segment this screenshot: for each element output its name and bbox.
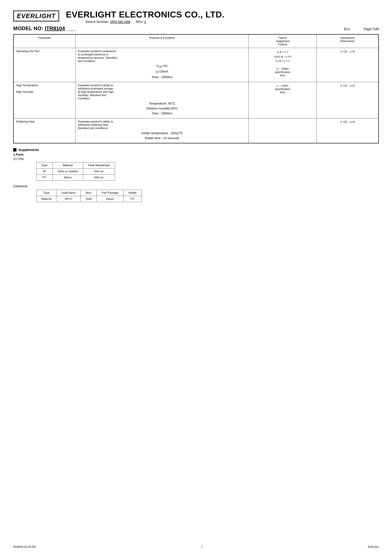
model-underline-ext: ___ — [66, 25, 75, 31]
footer-page-number: 7 — [201, 545, 203, 548]
supplements-title: Supplements — [13, 148, 379, 152]
formula-solder-temp: Solder temperature : 260±5℃ — [78, 131, 246, 135]
chip-ir-wavelength: 940 nm — [83, 168, 115, 174]
mat-row-type: Material — [36, 196, 56, 202]
col-samples-header: Samples(n) Defective(c) — [317, 35, 378, 48]
table-row: High Temperature High Humidity Evaluates… — [14, 82, 378, 118]
purpose-line-3: temperature stresses. Standard — [78, 56, 117, 59]
device-number-line: Device Number: DRX-081-006 REV: 2 — [66, 20, 225, 24]
material-title: (2)Material — [13, 185, 379, 188]
formula-temp: Temperature: 85℃ — [78, 102, 246, 105]
chip-table-wrapper: Type Material Peak Wavelength IR GaAs or… — [36, 162, 379, 181]
reliability-table-wrapper: Parameter Purpose & Condition Failure Ju… — [13, 34, 379, 143]
formula-time-2: Time : 1000hrs — [78, 112, 246, 115]
table-row: PT Silicon 860 nm — [36, 174, 115, 181]
samples-operating-life: n =22，c=0 — [317, 48, 378, 82]
mat-col-wire: Wire — [80, 190, 97, 196]
table-row: Material SPCC Gold Epoxy P.C — [36, 196, 142, 202]
purpose-high-temp: Evaluates product's ability to withstand… — [75, 82, 249, 118]
purpose-line-4: test Condition: — [78, 59, 96, 63]
chip-ir-type: IR — [36, 168, 52, 174]
device-label: Device Number: — [86, 20, 109, 24]
mat-col-leadframe: Lead frame — [56, 190, 80, 196]
mat-col-holder: Holder — [123, 190, 142, 196]
ht-purpose-5: Condition: — [78, 97, 90, 100]
formula-humidity: Relative humidity:85% — [78, 107, 246, 110]
parts-title: 1.Parts — [13, 153, 379, 156]
purpose-soldering-heat: Evaluates product's ability to withstand… — [75, 118, 249, 143]
page-header: EVERLIGHT EVERLIGHT ELECTRONICS CO., LTD… — [13, 10, 379, 24]
chip-title: (1) Chip — [13, 157, 379, 161]
ht-purpose-1: Evaluates product's ability to — [78, 84, 113, 87]
model-line: MODEL NO: ITR8104 ___ Ecn: Page:7of8 — [13, 25, 379, 31]
mat-col-part-package: Part Package — [97, 190, 123, 196]
chip-table: Type Material Peak Wavelength IR GaAs or… — [36, 162, 115, 181]
supplements-section: Supplements 1.Parts (1) Chip Type Materi… — [13, 148, 379, 202]
col-purpose-header: Purpose & Condition — [75, 35, 249, 48]
ht-purpose-3: at high temperature and high — [78, 90, 114, 94]
purpose-operating-life: Evaluates product's endurance to prolong… — [75, 48, 249, 82]
formula-if: IF=20mA — [78, 70, 246, 74]
samples-high-temp: n =22，c=0 — [317, 82, 378, 118]
samples-value-1: n =22，c=0 — [319, 50, 376, 53]
ht-purpose-4: humidity. Standard test — [78, 94, 106, 97]
mat-row-leadframe: SPCC — [56, 196, 80, 202]
samples-value-3: n =22，c=0 — [319, 120, 376, 124]
purpose-line-2: to prolonged electrical or — [78, 53, 109, 56]
failure-high-temp: L：Lowerspecificationlimit — [248, 82, 317, 118]
samples-value-2: n =22，c=0 — [319, 84, 376, 88]
param-high-temp: High Temperature — [16, 84, 73, 87]
model-label: MODEL NO: — [13, 25, 43, 31]
rev-value: 2 — [144, 20, 146, 24]
black-square-icon — [13, 148, 16, 152]
company-logo: EVERLIGHT — [13, 11, 59, 22]
mat-row-holder: P.C — [123, 196, 142, 202]
chip-pt-wavelength: 860 nm — [83, 174, 115, 181]
material-table: Type Lead frame Wire Part Package Holder… — [36, 190, 142, 202]
footer-timestamp: 05/08/30 02:33 PM — [13, 545, 36, 548]
sh-purpose-1: Evaluates product's ability to — [78, 120, 113, 123]
param-high-temp-humidity: High Temperature High Humidity — [14, 82, 75, 118]
ecn-label: Ecn: — [344, 27, 351, 31]
ecn-page-block: Ecn: Page:7of8 — [344, 27, 379, 31]
col-param-header: Parameter — [14, 35, 75, 48]
footer-doc-name: 8104.doc — [368, 545, 379, 548]
mat-row-wire: Gold — [80, 196, 97, 202]
formula-time-1: Time : 1000hrs — [78, 75, 246, 79]
table-row: Operating Life Test Evaluates product's … — [14, 48, 378, 82]
page-value: Page:7of8 — [364, 27, 379, 31]
col-failure-header: Failure Judgement Criteria — [248, 35, 317, 48]
chip-col-wavelength: Peak Wavelength — [83, 162, 115, 168]
chip-col-material: Material — [52, 162, 83, 168]
chip-ir-material: GaAs or GaAlAs — [52, 168, 83, 174]
failure-operating-life: IR ≧ U x 2 Ic(on) ≦ L x 0.8 VF ≧ U x 1.2… — [248, 48, 317, 82]
company-name: EVERLIGHT ELECTRONICS CO., LTD. — [66, 10, 225, 19]
ht-purpose-2: withstand prolonged storage — [78, 87, 113, 90]
company-info-block: EVERLIGHT ELECTRONICS CO., LTD. Device N… — [66, 10, 225, 24]
page-footer: 05/08/30 02:33 PM 7 8104.doc — [13, 545, 379, 548]
material-table-wrapper: Type Lead frame Wire Part Package Holder… — [36, 190, 379, 202]
param-soldering-heat: Soldering Heat — [14, 118, 75, 143]
formula-solder-time: Solder time : 10 seconds — [78, 136, 246, 140]
reliability-table: Parameter Purpose & Condition Failure Ju… — [14, 35, 378, 143]
model-number-block: MODEL NO: ITR8104 ___ — [13, 25, 75, 31]
table-row: IR GaAs or GaAlAs 940 nm — [36, 168, 115, 174]
param-high-humidity: High Humidity — [16, 90, 73, 94]
formula-vce: VCE=5V — [78, 64, 246, 68]
mat-row-part-package: Epoxy — [97, 196, 123, 202]
failure-note-u: U：Upperspecificationlimit — [251, 67, 314, 77]
rev-label: REV: — [136, 20, 143, 24]
failure-note-l: L：Lowerspecificationlimit — [251, 84, 314, 94]
table-row: Soldering Heat Evaluates product's abili… — [14, 118, 378, 143]
sh-purpose-2: withstand soldering heat — [78, 123, 108, 126]
model-number-value: ITR8104 — [45, 25, 65, 31]
param-operating-life: Operating Life Test — [14, 48, 75, 82]
sh-purpose-3: Standard test conditions — [78, 127, 108, 130]
device-number-value: DRX-081-006 — [110, 20, 130, 24]
chip-pt-type: PT — [36, 174, 52, 181]
failure-soldering-heat — [248, 118, 317, 143]
mat-col-type: Type — [36, 190, 56, 196]
chip-pt-material: Silicon — [52, 174, 83, 181]
chip-col-type: Type — [36, 162, 52, 168]
samples-soldering-heat: n =22，c=0 — [317, 118, 378, 143]
